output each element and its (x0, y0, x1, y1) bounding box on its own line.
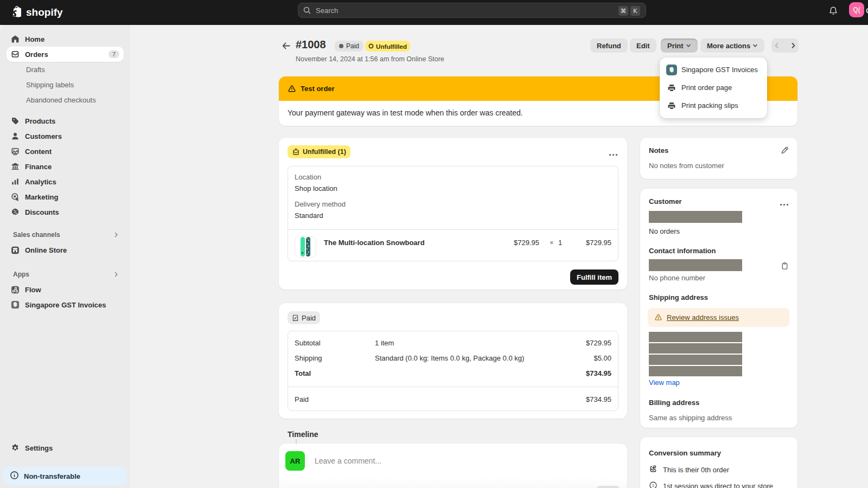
svg-text:1: 1 (652, 483, 655, 488)
svg-text:shopify: shopify (26, 7, 63, 18)
